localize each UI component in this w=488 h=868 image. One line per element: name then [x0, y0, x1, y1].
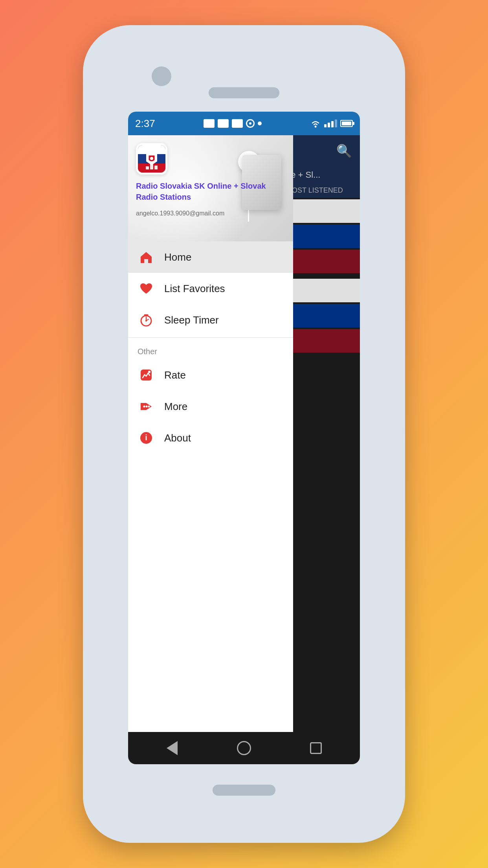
svg-point-9 [148, 371, 150, 373]
nav-divider [128, 337, 293, 338]
phone-screen: 2:37 [128, 112, 360, 764]
speaker-top [209, 87, 279, 98]
svg-point-12 [148, 406, 150, 408]
drawer-app-email: angelco.1993.9090@gmail.com [136, 210, 224, 217]
nav-item-list-favorites[interactable]: List Favorites [128, 273, 293, 304]
nav-label-about: About [164, 432, 191, 444]
back-button[interactable] [162, 738, 182, 758]
svg-point-0 [314, 126, 316, 128]
battery-icon [340, 120, 353, 127]
heart-icon [138, 280, 155, 297]
signal-icon [324, 120, 337, 127]
front-camera [152, 66, 171, 86]
status-icon-box1 [204, 119, 215, 128]
flag-blocks-top [281, 199, 360, 353]
drawer-header: Radio Slovakia SK Online + Slovak Radio … [128, 135, 293, 241]
status-icon-at [246, 119, 255, 128]
search-icon-bg: 🔍 [336, 143, 352, 158]
section-label-other: Other [128, 339, 293, 359]
nav-item-rate[interactable]: Rate [128, 359, 293, 391]
flag-white-1 [281, 199, 360, 223]
rate-svg-icon [139, 368, 154, 383]
status-bar: 2:37 [128, 112, 360, 135]
svg-point-11 [146, 406, 148, 408]
heart-svg-icon [139, 281, 154, 296]
phone-device: 2:37 [83, 25, 405, 843]
home-svg-icon [139, 250, 154, 265]
app-logo-flag [138, 145, 165, 173]
status-icons-left [204, 119, 262, 128]
recent-apps-icon [310, 742, 322, 754]
home-pill [213, 785, 275, 796]
info-icon: i [138, 429, 155, 447]
navigation-drawer: Radio Slovakia SK Online + Slovak Radio … [128, 135, 293, 732]
nav-item-sleep-timer[interactable]: Sleep Timer [128, 304, 293, 336]
flag-blue-1 [281, 224, 360, 248]
status-icon-box2 [218, 119, 229, 128]
svg-text:i: i [145, 433, 147, 442]
timer-svg-icon [139, 313, 154, 327]
more-svg-icon [139, 399, 154, 414]
nav-item-home[interactable]: Home [128, 241, 293, 273]
home-circle-icon [237, 741, 251, 755]
nav-label-sleep-timer: Sleep Timer [164, 314, 219, 326]
app-bg-most-listened: MOST LISTENED [281, 183, 360, 198]
nav-item-more[interactable]: More [128, 391, 293, 422]
status-dot [258, 121, 262, 125]
status-icon-box3 [232, 119, 243, 128]
app-bg-title: ne + Sl... [281, 167, 360, 183]
flag-red-1 [281, 250, 360, 273]
bottom-nav [128, 732, 360, 764]
flag-blue-2 [281, 304, 360, 327]
more-icon [138, 398, 155, 415]
nav-label-rate: Rate [164, 369, 186, 381]
nav-item-about[interactable]: i About [128, 422, 293, 454]
info-svg-icon: i [139, 430, 154, 445]
logo-radio-bars [146, 164, 158, 169]
svg-point-1 [150, 157, 153, 160]
app-background: 🔍 ne + Sl... MOST LISTENED [281, 135, 360, 732]
flag-white-2 [281, 279, 360, 302]
back-triangle-icon [167, 741, 178, 755]
svg-point-10 [143, 406, 145, 408]
nav-label-list-favorites: List Favorites [164, 283, 225, 295]
wifi-icon [310, 119, 321, 128]
drawer-nav: Home List Favorites [128, 241, 293, 732]
flag-red-2 [281, 329, 360, 353]
app-logo [136, 143, 167, 175]
main-content: 🔍 ne + Sl... MOST LISTENED [128, 135, 360, 732]
recent-apps-button[interactable] [306, 738, 326, 758]
home-icon [138, 248, 155, 266]
status-time: 2:37 [135, 118, 155, 130]
nav-label-home: Home [164, 251, 191, 263]
battery-fill [342, 121, 351, 125]
drawer-app-title: Radio Slovakia SK Online + Slovak Radio … [136, 180, 270, 202]
nav-label-more: More [164, 401, 187, 413]
rate-icon [138, 366, 155, 384]
status-icons-right [310, 119, 353, 128]
app-bg-header: 🔍 [281, 135, 360, 167]
timer-icon [138, 311, 155, 329]
home-button[interactable] [234, 738, 254, 758]
